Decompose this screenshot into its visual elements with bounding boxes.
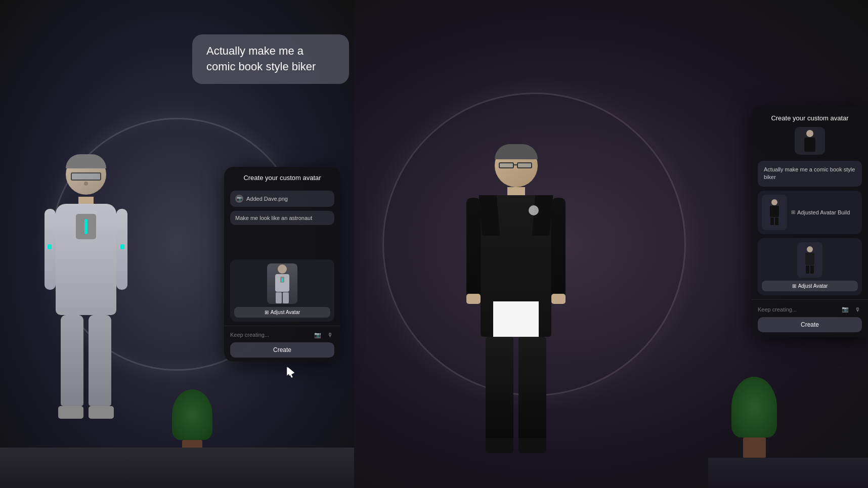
rp-adjust-icon: ⊞ bbox=[792, 283, 796, 289]
chat-message-2-text: Make me look like an astronaut bbox=[235, 215, 312, 221]
biker-suit bbox=[481, 195, 551, 337]
right-panel-title: Create your custom avatar bbox=[752, 106, 868, 127]
floor-right bbox=[708, 458, 868, 488]
adjust-avatar-label: Adjust Avatar bbox=[271, 309, 300, 315]
rp-adjust-label: Adjust Avatar bbox=[798, 283, 828, 289]
astronaut-glasses bbox=[71, 172, 101, 181]
adjust-icon: ⊞ bbox=[265, 309, 269, 315]
chat-message-2: Make me look like an astronaut bbox=[230, 211, 334, 225]
chat-bubble: Actually make me a comic book style bike… bbox=[192, 34, 349, 84]
camera-input-icon[interactable]: 📷 bbox=[313, 330, 322, 339]
rp-create-button[interactable]: Create bbox=[758, 317, 862, 332]
biker-avatar bbox=[455, 144, 577, 458]
chat-input-field[interactable] bbox=[230, 332, 310, 338]
biker-legs bbox=[481, 337, 551, 438]
camera-icon: 📷 bbox=[235, 195, 243, 203]
avatar-mini-display bbox=[267, 263, 297, 304]
chat-input-area: 📷 🎙 Create bbox=[224, 326, 340, 362]
right-panel-body: Actually make me a comic book style bike… bbox=[752, 127, 868, 295]
main-chat-panel: Create your custom avatar 📷 Added Dave.p… bbox=[224, 167, 340, 362]
chat-panel-title: Create your custom avatar bbox=[224, 167, 340, 187]
biker-head bbox=[495, 144, 538, 187]
rp-text-bubble-text: Actually make me a comic book style bike… bbox=[764, 166, 855, 180]
astronaut-head bbox=[66, 154, 106, 195]
chat-message-1-text: Added Dave.png bbox=[246, 196, 288, 202]
astronaut-avatar bbox=[30, 154, 142, 448]
chat-panel-body: 📷 Added Dave.png Make me look like an as… bbox=[224, 187, 340, 257]
rp-input-row: 📷 🎙 bbox=[758, 305, 862, 314]
rp-avatar-card-bottom: ⊞ Adjust Avatar bbox=[758, 238, 862, 295]
rp-input-field[interactable] bbox=[758, 306, 838, 313]
rp-avatar-card: ⊞ Adjusted Avatar Build bbox=[758, 191, 862, 234]
rp-avatar-mini2 bbox=[797, 242, 822, 278]
right-side-panel: Create your custom avatar Actually make … bbox=[752, 106, 868, 337]
chat-bubble-text: Actually make me a comic book style bike… bbox=[206, 45, 316, 73]
rp-text-bubble: Actually make me a comic book style bike… bbox=[758, 161, 862, 187]
rp-mic-icon[interactable]: 🎙 bbox=[853, 305, 862, 314]
adjust-avatar-button[interactable]: ⊞ Adjust Avatar bbox=[234, 307, 330, 318]
mic-input-icon[interactable]: 🎙 bbox=[325, 330, 334, 339]
rp-avatar-mini bbox=[762, 195, 787, 230]
chat-input-row: 📷 🎙 bbox=[230, 330, 334, 339]
rp-avatar-thumb bbox=[795, 127, 825, 155]
avatar-preview-card: ⊞ Adjust Avatar bbox=[230, 259, 334, 322]
rp-adjust-avatar-button[interactable]: ⊞ Adjust Avatar bbox=[762, 281, 858, 291]
chat-message-1: 📷 Added Dave.png bbox=[230, 191, 334, 207]
astronaut-suit bbox=[56, 204, 116, 315]
floor-left bbox=[0, 448, 354, 488]
astronaut-legs bbox=[56, 315, 116, 406]
rp-camera-icon[interactable]: 📷 bbox=[841, 305, 850, 314]
right-panel-input-area: 📷 🎙 Create bbox=[752, 299, 868, 337]
create-button[interactable]: Create bbox=[230, 342, 334, 358]
plant-right bbox=[731, 377, 777, 458]
rp-avatar-label: Adjusted Avatar Build bbox=[797, 209, 850, 215]
layout-icon: ⊞ bbox=[791, 209, 795, 215]
biker-boots bbox=[481, 438, 551, 453]
